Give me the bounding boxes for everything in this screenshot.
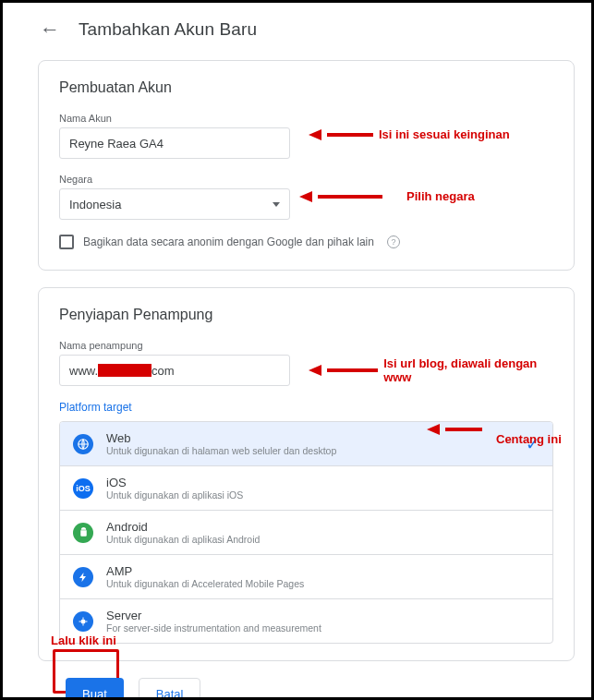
anonymous-share-label: Bagikan data secara anonim dengan Google… <box>83 235 374 248</box>
platform-desc: Untuk digunakan di halaman web seluler d… <box>106 445 336 456</box>
cancel-button[interactable]: Batal <box>139 678 201 700</box>
platform-name: Android <box>106 520 260 534</box>
container-url-prefix: www. <box>69 364 98 378</box>
platform-name: Server <box>106 609 321 622</box>
annotation-country: Pilih negara <box>406 189 475 203</box>
platform-desc: For server-side instrumentation and meas… <box>106 622 321 634</box>
chevron-down-icon <box>273 202 280 207</box>
platform-web[interactable]: Web Untuk digunakan di halaman web selul… <box>60 422 552 465</box>
ios-icon: iOS <box>73 478 93 499</box>
platform-amp[interactable]: AMP Untuk digunakan di Accelerated Mobil… <box>60 554 552 598</box>
platform-desc: Untuk digunakan di Accelerated Mobile Pa… <box>106 578 304 589</box>
platform-target-label: Platform target <box>59 401 553 414</box>
back-arrow-icon[interactable]: ← <box>40 18 60 42</box>
country-label: Negara <box>59 174 553 185</box>
platform-name: iOS <box>106 476 243 489</box>
account-name-label: Nama Akun <box>59 113 553 124</box>
account-creation-card: Pembuatan Akun Nama Akun Isi ini sesuai … <box>38 60 575 271</box>
anonymous-share-checkbox[interactable] <box>59 235 74 249</box>
container-url-suffix: com <box>152 364 175 378</box>
platform-desc: Untuk digunakan di aplikasi Android <box>106 534 260 545</box>
create-button[interactable]: Buat <box>66 678 124 700</box>
amp-icon <box>73 567 93 587</box>
annotation-name: Isi ini sesuai keinginan <box>379 127 510 141</box>
country-select[interactable]: Indonesia <box>59 188 290 220</box>
account-name-input[interactable] <box>59 127 290 159</box>
container-name-label: Nama penampung <box>59 340 553 351</box>
android-icon <box>73 523 93 543</box>
annotation-url: Isi url blog, diawali dengan www <box>383 356 553 384</box>
check-icon: ✓ <box>526 434 539 454</box>
redacted-block <box>98 364 152 377</box>
container-card-title: Penyiapan Penampung <box>59 307 553 323</box>
platform-list: Web Untuk digunakan di halaman web selul… <box>59 421 553 644</box>
platform-ios[interactable]: iOS iOS Untuk digunakan di aplikasi iOS <box>60 465 552 510</box>
country-value: Indonesia <box>69 198 121 211</box>
account-card-title: Pembuatan Akun <box>59 79 553 96</box>
platform-desc: Untuk digunakan di aplikasi iOS <box>106 489 243 501</box>
platform-name: Web <box>106 431 336 445</box>
container-name-input[interactable]: www. com <box>59 355 290 386</box>
platform-name: AMP <box>106 564 304 578</box>
platform-android[interactable]: Android Untuk digunakan di aplikasi Andr… <box>60 510 552 554</box>
svg-point-1 <box>81 619 86 623</box>
platform-server[interactable]: Server For server-side instrumentation a… <box>60 598 552 643</box>
help-icon[interactable]: ? <box>387 235 400 248</box>
server-icon <box>73 611 93 632</box>
web-icon <box>73 434 93 454</box>
container-setup-card: Penyiapan Penampung Nama penampung www. … <box>38 287 575 661</box>
page-title: Tambahkan Akun Baru <box>79 19 257 40</box>
